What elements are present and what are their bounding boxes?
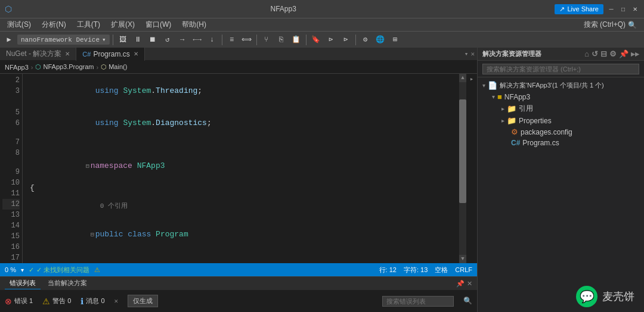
search-icon: 🔍 [628, 21, 637, 29]
search-bottom-icon[interactable]: 🔍 [463, 297, 472, 305]
editor-scrollbar[interactable]: ▲ ▼ [459, 74, 466, 263]
menu-window[interactable]: 窗口(W) [141, 18, 176, 31]
editor-and-sidebar: NuGet - 解决方案 ✕ C# Program.cs ✕ ▾ ✕ NFApp… [0, 48, 644, 312]
tree-item-packages[interactable]: ⚙ packages.config [478, 126, 644, 138]
error-search-input[interactable] [382, 296, 454, 307]
code-line-5: ⊟namespace NFApp3 [30, 150, 459, 183]
live-share-button[interactable]: ↗ Live Share [555, 4, 603, 14]
device-label: nanoFramework Device [21, 36, 100, 43]
toolbar-step[interactable]: ↓ [206, 33, 219, 46]
breadcrumb-ns-label[interactable]: NFApp3.Program [43, 63, 94, 70]
bottom-panel-actions: 📌 ✕ [456, 280, 472, 288]
tree-arrow-project: ▾ [492, 93, 495, 100]
sidebar-gear-icon[interactable]: ⚙ [609, 49, 617, 58]
scroll-up-btn[interactable]: ▲ [459, 74, 466, 82]
menu-help[interactable]: 帮助(H) [177, 18, 211, 31]
toolbar-git[interactable]: ⑂ [260, 33, 273, 46]
toolbar-indent[interactable]: ≡ [225, 33, 239, 46]
sidebar-header: 解决方案资源管理器 ⌂ ↺ ⊟ ⚙ 📌 ▸▸ [478, 48, 644, 61]
char-info: 字符: 13 [404, 266, 428, 274]
collapse-icon-7[interactable]: ⊟ [91, 232, 94, 238]
line-info: 行: 12 [379, 266, 397, 274]
status-warning-icon: ⚠ [94, 266, 100, 274]
title-bar: ⬡ NFApp3 ↗ Live Share ─ □ ✕ [0, 0, 644, 18]
sidebar-tree: ▾ 📄 解决方案'NFApp3'(1 个项目/共 1 个) ▾ ■ NFApp3… [478, 77, 644, 281]
scroll-track[interactable] [459, 82, 466, 255]
ln-12: 12 [2, 199, 20, 210]
toolbar-stop-btn[interactable]: ⏹ [146, 33, 159, 46]
close-editors-btn[interactable]: ✕ [470, 50, 475, 58]
sidebar-title: 解决方案资源管理器 [482, 49, 541, 58]
tree-item-references[interactable]: ▸ 📁 引用 [478, 102, 644, 115]
breadcrumb-method-label[interactable]: Main() [109, 63, 127, 70]
toolbar-img-btn[interactable]: 🖼 [116, 33, 129, 46]
error-badge: ⊗ 错误 1 [5, 297, 33, 306]
toolbar-more1[interactable]: ⊳ [324, 33, 338, 46]
ln-17: 17 [2, 252, 20, 263]
split-editor-btn[interactable]: ▾ [465, 50, 469, 58]
sidebar-refresh-btn[interactable]: ↺ [592, 49, 598, 58]
toolbar-copy[interactable]: ⎘ [275, 33, 288, 46]
toolbar-net[interactable]: 🌐 [374, 33, 387, 46]
tab-programcs-close[interactable]: ✕ [134, 51, 138, 57]
tab-solution[interactable]: 当前解决方案 [43, 277, 92, 289]
close-button[interactable]: ✕ [631, 5, 639, 13]
breadcrumb-project[interactable]: NFApp3 [5, 64, 29, 71]
sidebar-collapse-btn[interactable]: ⊟ [600, 49, 607, 58]
sidebar-pin-btn[interactable]: 📌 [619, 49, 628, 58]
ln-9: 9 [2, 167, 20, 177]
tree-arrow-properties: ▸ [501, 117, 504, 124]
code-line-3: using System.Diagnostics; [30, 107, 459, 139]
tree-item-solution[interactable]: ▾ 📄 解决方案'NFApp3'(1 个项目/共 1 个) [478, 80, 644, 91]
ln-3: 3 [2, 86, 20, 96]
toolbar-pause-btn[interactable]: ⏸ [131, 33, 144, 46]
ln-7: 7 [2, 137, 20, 148]
toolbar-restart-btn[interactable]: ↺ [161, 33, 174, 46]
ln-2: 2 [2, 75, 20, 86]
tree-label-solution: 解决方案'NFApp3'(1 个项目/共 1 个) [500, 81, 604, 90]
tab-error-list[interactable]: 错误列表 [5, 277, 41, 289]
toolbar-more2[interactable]: ⊳ [339, 33, 352, 46]
sidebar-search-input[interactable] [482, 64, 639, 74]
toolbar-extra[interactable]: ⊞ [389, 33, 402, 46]
menu-test[interactable]: 测试(S) [2, 18, 36, 31]
tab-nuget[interactable]: NuGet - 解决方案 ✕ [0, 48, 76, 61]
editor-right-btns: ▸ [466, 74, 477, 263]
toolbar-bookmark[interactable]: 🔖 [309, 33, 323, 46]
maximize-button[interactable]: □ [619, 5, 627, 13]
build-button[interactable]: 仅生成 [128, 295, 158, 307]
device-selector[interactable]: nanoFramework Device ▾ [17, 35, 110, 45]
ln-11: 11 [2, 188, 20, 199]
tree-item-programcs[interactable]: C# Program.cs [478, 138, 644, 148]
collapse-icon-5[interactable]: ⊟ [86, 163, 89, 170]
sidebar-close-btn[interactable]: ▸▸ [631, 49, 639, 58]
play-button[interactable]: ▶ [2, 33, 16, 46]
info-badge: ℹ 消息 0 [80, 297, 104, 306]
toolbar-debug[interactable]: ⚙ [359, 33, 372, 46]
code-line-8: { [30, 251, 459, 263]
sidebar-home-btn[interactable]: ⌂ [584, 49, 589, 58]
menu-bar: 测试(S) 分析(N) 工具(T) 扩展(X) 窗口(W) 帮助(H) 搜索 (… [0, 18, 644, 31]
minimize-button[interactable]: ─ [607, 5, 615, 13]
tab-nuget-close[interactable]: ✕ [65, 51, 70, 57]
code-content[interactable]: using System.Threading; using System.Dia… [23, 74, 459, 263]
search-box[interactable]: 搜索 (Ctrl+Q) 🔍 [579, 18, 642, 31]
toolbar-format[interactable]: ⟺ [240, 33, 253, 46]
method-icon: ⬡ [101, 63, 107, 70]
menu-extensions[interactable]: 扩展(X) [106, 18, 140, 31]
menu-tools[interactable]: 工具(T) [72, 18, 105, 31]
toolbar-nav-bk[interactable]: ←→ [191, 33, 204, 46]
tab-programcs[interactable]: C# Program.cs ✕ [76, 48, 144, 61]
bottom-panel-close[interactable]: ✕ [467, 280, 472, 288]
toolbar-paste[interactable]: 📋 [290, 33, 303, 46]
tree-item-project[interactable]: ▾ ■ NFApp3 [478, 91, 644, 102]
ln-16: 16 [2, 242, 20, 252]
toolbar-nav-fwd[interactable]: → [176, 33, 189, 46]
menu-analyze[interactable]: 分析(N) [37, 18, 71, 31]
tree-item-properties[interactable]: ▸ 📁 Properties [478, 115, 644, 126]
bottom-panel-pin[interactable]: 📌 [456, 280, 465, 288]
expand-right-btn[interactable]: ▸ [470, 75, 474, 83]
info-icon: ℹ [80, 297, 83, 306]
scroll-thumb[interactable] [459, 99, 466, 203]
scroll-down-btn[interactable]: ▼ [459, 255, 466, 263]
